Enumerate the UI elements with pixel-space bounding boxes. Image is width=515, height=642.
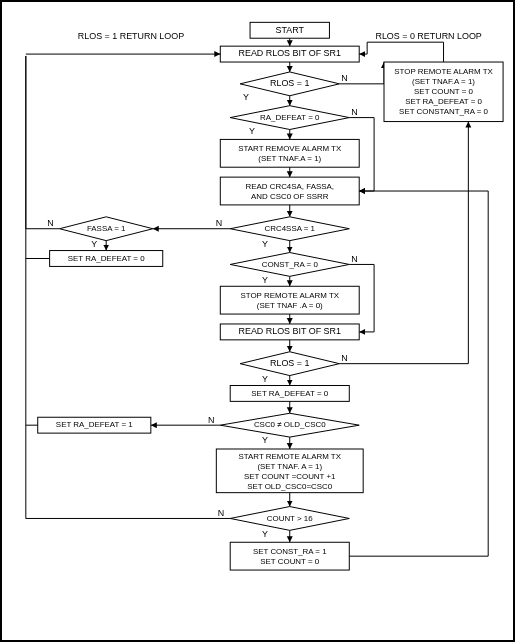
svg-text:N: N <box>351 254 357 264</box>
svg-text:CRC4SSA = 1: CRC4SSA = 1 <box>265 224 316 233</box>
svg-text:(SET TNAF. A = 1): (SET TNAF. A = 1) <box>257 462 322 471</box>
svg-text:N: N <box>341 73 347 83</box>
flowchart-svg: RLOS = 1 RETURN LOOP RLOS = 0 RETURN LOO… <box>2 2 513 640</box>
svg-text:N: N <box>218 508 224 518</box>
svg-text:N: N <box>208 415 214 425</box>
svg-text:RA_DEFEAT = 0: RA_DEFEAT = 0 <box>260 113 320 122</box>
svg-text:SET OLD_CSC0=CSC0: SET OLD_CSC0=CSC0 <box>247 482 333 491</box>
svg-text:RLOS = 1: RLOS = 1 <box>270 78 309 88</box>
svg-text:SET RA_DEFEAT = 0: SET RA_DEFEAT = 0 <box>405 97 482 106</box>
svg-text:START REMOTE ALARM TX: START REMOTE ALARM TX <box>239 452 342 461</box>
svg-text:Y: Y <box>91 239 97 249</box>
svg-text:N: N <box>341 353 347 363</box>
svg-text:(SET TNAF.A = 1): (SET TNAF.A = 1) <box>412 77 475 86</box>
svg-text:START: START <box>276 25 305 35</box>
svg-text:(SET TNAF.A = 1): (SET TNAF.A = 1) <box>258 154 321 163</box>
svg-text:Y: Y <box>262 374 268 384</box>
svg-text:CSC0 ≠ OLD_CSC0: CSC0 ≠ OLD_CSC0 <box>254 420 326 429</box>
svg-text:RLOS = 1: RLOS = 1 <box>270 358 309 368</box>
svg-text:SET RA_DEFEAT = 1: SET RA_DEFEAT = 1 <box>56 420 133 429</box>
svg-text:Y: Y <box>262 435 268 445</box>
svg-text:Y: Y <box>262 529 268 539</box>
svg-text:STOP REMOTE ALARM TX: STOP REMOTE ALARM TX <box>240 291 339 300</box>
svg-text:Y: Y <box>249 126 255 136</box>
svg-text:SET COUNT = 0: SET COUNT = 0 <box>260 557 320 566</box>
svg-text:FASSA = 1: FASSA = 1 <box>87 224 126 233</box>
svg-text:N: N <box>351 107 357 117</box>
svg-text:SET COUNT =COUNT +1: SET COUNT =COUNT +1 <box>244 472 336 481</box>
svg-text:SET COUNT = 0: SET COUNT = 0 <box>414 87 474 96</box>
svg-text:READ RLOS BIT OF SR1: READ RLOS BIT OF SR1 <box>239 326 342 336</box>
svg-text:Y: Y <box>262 239 268 249</box>
svg-text:(SET TNAF .A = 0): (SET TNAF .A = 0) <box>257 301 323 310</box>
svg-text:STOP REMOTE ALARM TX: STOP REMOTE ALARM TX <box>394 67 493 76</box>
svg-text:SET CONSTANT_RA = 0: SET CONSTANT_RA = 0 <box>399 107 488 116</box>
rlos1-return-loop-label: RLOS = 1 RETURN LOOP <box>78 31 184 41</box>
svg-text:Y: Y <box>262 275 268 285</box>
svg-text:N: N <box>216 218 222 228</box>
svg-text:START REMOVE ALARM TX: START REMOVE ALARM TX <box>238 144 342 153</box>
svg-text:SET RA_DEFEAT = 0: SET RA_DEFEAT = 0 <box>251 389 328 398</box>
svg-text:SET RA_DEFEAT = 0: SET RA_DEFEAT = 0 <box>68 254 145 263</box>
svg-text:AND CSC0 OF SSRR: AND CSC0 OF SSRR <box>251 192 329 201</box>
svg-text:READ CRC4SA, FASSA,: READ CRC4SA, FASSA, <box>245 182 333 191</box>
svg-text:READ RLOS BIT OF SR1: READ RLOS BIT OF SR1 <box>239 48 342 58</box>
svg-text:COUNT > 16: COUNT > 16 <box>267 514 313 523</box>
svg-text:N: N <box>47 218 53 228</box>
rlos0-return-loop-label: RLOS = 0 RETURN LOOP <box>375 31 481 41</box>
svg-text:SET CONST_RA = 1: SET CONST_RA = 1 <box>253 547 327 556</box>
svg-text:CONST_RA = 0: CONST_RA = 0 <box>262 260 319 269</box>
svg-text:Y: Y <box>243 92 249 102</box>
